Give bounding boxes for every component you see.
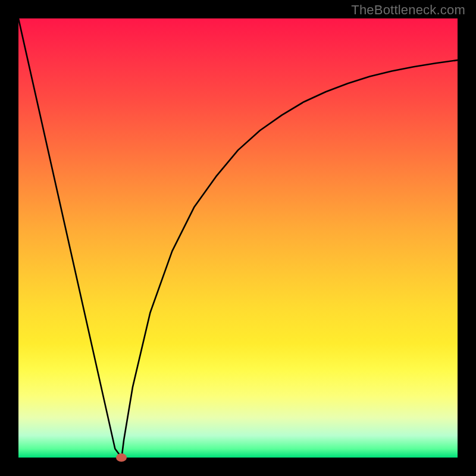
plot-area [18,18,458,458]
chart-frame: TheBottleneck.com [0,0,476,476]
marker-dot [116,453,127,462]
curve-line [18,18,458,458]
watermark-text: TheBottleneck.com [351,2,465,18]
